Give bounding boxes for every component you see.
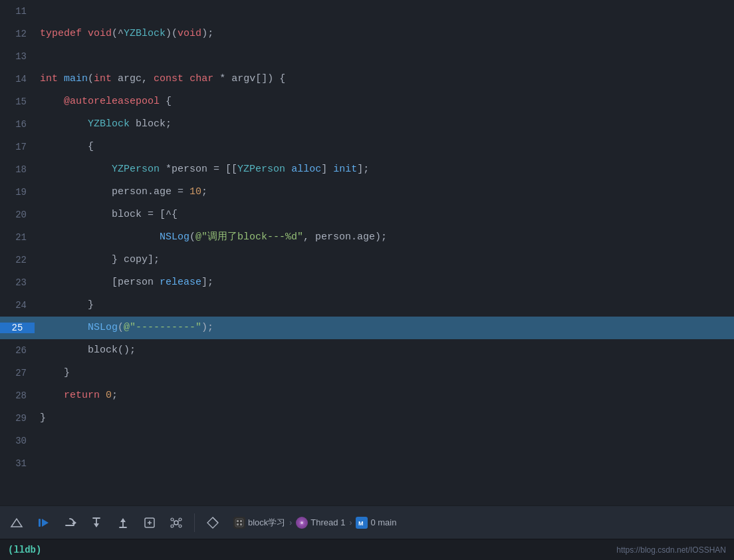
app-icon (233, 517, 245, 529)
code-line-17: 17 { (0, 136, 734, 158)
breadcrumb-app: block学习 (233, 517, 285, 529)
frame-icon: M (356, 517, 368, 529)
line-number: 16 (0, 119, 35, 130)
line-number: 21 (0, 232, 35, 243)
line-content: [person release]; (35, 271, 213, 294)
line-content: typedef void(^YZBlock)(void); (35, 23, 213, 45)
svg-marker-6 (94, 523, 99, 527)
step-instruction-button[interactable] (138, 511, 161, 534)
breadcrumb-thread-label: Thread 1 (310, 517, 345, 527)
line-number: 12 (0, 29, 35, 39)
code-line-15: 15 @autoreleasepool { (0, 90, 734, 113)
line-number: 20 (0, 210, 35, 220)
toolbar-sep (194, 513, 195, 532)
debug-workflow-button[interactable] (165, 511, 187, 534)
line-number: 15 (0, 96, 35, 107)
line-number: 18 (0, 164, 35, 175)
line-content: YZPerson *person = [[YZPerson alloc] ini… (35, 158, 369, 181)
line-number: 13 (0, 51, 35, 62)
line-number: 17 (0, 142, 35, 152)
line-number: 14 (0, 74, 35, 84)
svg-point-31 (301, 521, 303, 524)
line-content: } (35, 294, 94, 317)
code-line-27: 27 } (0, 362, 734, 384)
svg-marker-9 (120, 518, 126, 522)
line-content: return 0; (35, 384, 118, 407)
code-line-11: 11 (0, 0, 734, 23)
line-content: NSLog(@"调用了block---%d", person.age); (35, 226, 387, 249)
breadcrumb-frame-label: 0 main (370, 517, 396, 527)
code-line-31: 31 (0, 452, 734, 475)
code-line-18: 18 YZPerson *person = [[YZPerson alloc] … (0, 158, 734, 181)
simulate-location-button[interactable] (201, 511, 224, 534)
code-line-13: 13 (0, 45, 734, 68)
svg-rect-0 (39, 519, 41, 527)
code-line-12: 12typedef void(^YZBlock)(void); (0, 23, 734, 45)
line-number: 11 (0, 6, 35, 17)
line-number: 30 (0, 436, 35, 446)
svg-point-18 (179, 525, 182, 527)
line-number: 28 (0, 390, 35, 401)
lldb-url: https://blog.csdn.net/IOSSHAN (616, 545, 726, 555)
line-content: YZBlock block; (35, 113, 172, 136)
breadcrumb-chevron-2: › (349, 518, 352, 527)
line-content: @autoreleasepool { (35, 90, 172, 113)
svg-rect-29 (240, 523, 242, 525)
svg-point-17 (171, 525, 174, 527)
toggle-breakpoints-button[interactable] (5, 511, 28, 534)
line-content: } copy]; (35, 249, 160, 271)
line-number: 23 (0, 277, 35, 288)
svg-point-16 (179, 518, 182, 521)
continue-button[interactable] (32, 511, 55, 534)
code-line-16: 16 YZBlock block; (0, 113, 734, 136)
svg-marker-23 (207, 517, 218, 528)
svg-rect-26 (237, 520, 239, 522)
code-line-22: 22 } copy]; (0, 249, 734, 271)
svg-point-15 (171, 518, 174, 521)
line-number: 25 (0, 323, 35, 333)
code-line-29: 29} (0, 407, 734, 430)
breadcrumb: block学习 › Thread 1 › M 0 main (233, 517, 396, 529)
code-line-26: 26 block(); (0, 339, 734, 362)
lldb-bar: (lldb) https://blog.csdn.net/IOSSHAN (0, 539, 734, 560)
breadcrumb-app-name: block学习 (248, 517, 285, 529)
code-line-30: 30 (0, 430, 734, 452)
line-number: 31 (0, 458, 35, 469)
svg-rect-28 (237, 523, 239, 525)
line-number: 29 (0, 413, 35, 424)
breadcrumb-chevron-1: › (289, 518, 292, 527)
breadcrumb-thread: Thread 1 (296, 517, 345, 529)
svg-rect-25 (235, 519, 243, 527)
svg-rect-27 (240, 520, 242, 522)
line-content: } (35, 362, 70, 384)
code-line-14: 14int main(int argc, const char * argv[]… (0, 68, 734, 90)
line-number: 26 (0, 345, 35, 356)
line-content: block = [^{ (35, 204, 178, 226)
line-number: 22 (0, 255, 35, 265)
line-number: 24 (0, 300, 35, 311)
thread-icon (296, 517, 308, 529)
code-line-28: 28 return 0; (0, 384, 734, 407)
code-line-23: 23 [person release]; (0, 271, 734, 294)
step-out-button[interactable] (112, 511, 134, 534)
breadcrumb-frame: M 0 main (356, 517, 396, 529)
line-content: } (35, 407, 46, 430)
code-editor: 1112typedef void(^YZBlock)(void);1314int… (0, 0, 734, 505)
svg-text:M: M (358, 520, 364, 527)
line-number: 27 (0, 368, 35, 378)
code-line-24: 24 } (0, 294, 734, 317)
line-content: block(); (35, 339, 136, 362)
code-line-21: 21 NSLog(@"调用了block---%d", person.age); (0, 226, 734, 249)
svg-line-24 (213, 517, 218, 523)
code-line-25: 25 NSLog(@"----------"); (0, 317, 734, 339)
code-line-20: 20 block = [^{ (0, 204, 734, 226)
step-into-button[interactable] (85, 511, 108, 534)
line-content: { (35, 136, 94, 158)
lldb-label: (lldb) (8, 545, 41, 555)
step-over-button[interactable] (59, 511, 81, 534)
line-content: person.age = 10; (35, 181, 207, 204)
code-line-19: 19 person.age = 10; (0, 181, 734, 204)
line-number: 19 (0, 187, 35, 198)
line-content: int main(int argc, const char * argv[]) … (35, 68, 285, 90)
debug-toolbar: block学习 › Thread 1 › M 0 main (0, 505, 734, 539)
